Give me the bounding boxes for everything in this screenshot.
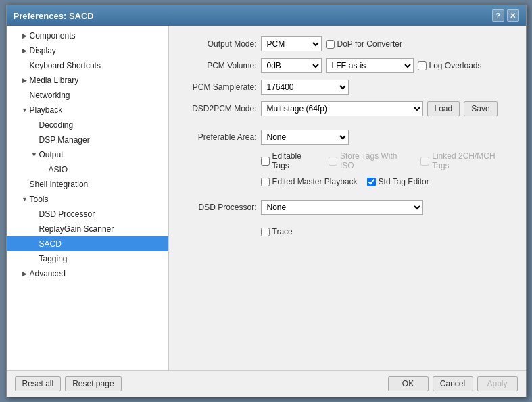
arrow-playback: ▼ (20, 107, 30, 114)
log-overloads-text: Log Overloads (429, 61, 482, 70)
pcm-samplerate-select[interactable]: 44100 88200 176400 352800 (261, 80, 349, 95)
store-tags-checkbox (329, 157, 337, 166)
sidebar-label-sacd: SACD (39, 239, 62, 249)
sidebar-item-dsd-processor[interactable]: DSD Processor (7, 207, 168, 222)
sidebar-label-media-library: Media Library (30, 76, 79, 85)
preferable-area-select[interactable]: None 2CH MCH (261, 130, 349, 145)
sidebar-item-tools[interactable]: ▼ Tools (7, 192, 168, 207)
dop-checkbox-label[interactable]: DoP for Converter (326, 39, 403, 49)
dialog-body: ▶ Components ▶ Display Keyboard Shortcut… (7, 26, 526, 370)
sidebar-label-shell-integration: Shell Integration (30, 180, 89, 189)
sidebar-item-advanced[interactable]: ▶ Advanced (7, 266, 168, 281)
sidebar-label-networking: Networking (30, 91, 70, 100)
std-tag-editor-checkbox[interactable] (367, 178, 376, 186)
sidebar-label-components: Components (30, 31, 76, 41)
pcm-volume-select[interactable]: 0dB -3dB -6dB (261, 58, 322, 73)
output-mode-row: Output Mode: PCM DSD DoP DoP for Convert… (183, 36, 512, 51)
sidebar-label-display: Display (30, 46, 56, 55)
dsd-processor-label: DSD Processor: (183, 203, 257, 212)
sidebar-label-playback: Playback (30, 105, 63, 115)
sidebar-item-asio[interactable]: ASIO (7, 162, 168, 177)
dsd2pcm-select[interactable]: Multistage (64fp) Direct (32fp) (261, 101, 423, 116)
edited-master-label[interactable]: Edited Master Playback (261, 177, 358, 186)
sidebar-item-tagging[interactable]: Tagging (7, 251, 168, 266)
trace-checkbox[interactable] (261, 228, 270, 236)
arrow-display: ▶ (20, 47, 30, 54)
trace-label[interactable]: Trace (261, 227, 293, 236)
preferable-area-label: Preferable Area: (183, 132, 257, 142)
sidebar-label-asio: ASIO (49, 165, 68, 174)
reset-page-button[interactable]: Reset page (65, 376, 121, 391)
load-button[interactable]: Load (427, 101, 460, 116)
dsd-processor-select[interactable]: None (261, 200, 423, 215)
bottom-right-buttons: OK Cancel Apply (388, 376, 518, 391)
pcm-volume-row: PCM Volume: 0dB -3dB -6dB LFE as-is LFE … (183, 58, 512, 73)
sidebar-item-media-library[interactable]: ▶ Media Library (7, 73, 168, 88)
ok-button[interactable]: OK (388, 376, 429, 391)
sidebar-label-replaygain: ReplayGain Scanner (39, 224, 114, 234)
sidebar-item-dsp-manager[interactable]: DSP Manager (7, 132, 168, 147)
std-tag-editor-label[interactable]: Std Tag Editor (367, 177, 429, 186)
edited-master-checkbox[interactable] (261, 178, 270, 186)
content-panel: Output Mode: PCM DSD DoP DoP for Convert… (169, 26, 526, 370)
bottom-left-buttons: Reset all Reset page (15, 376, 122, 391)
sidebar-item-output[interactable]: ▼ Output (7, 147, 168, 162)
sidebar-item-playback[interactable]: ▼ Playback (7, 103, 168, 118)
cancel-button[interactable]: Cancel (433, 376, 473, 391)
pcm-samplerate-label: PCM Samplerate: (183, 82, 257, 92)
sidebar: ▶ Components ▶ Display Keyboard Shortcut… (7, 26, 169, 370)
dsd2pcm-row: DSD2PCM Mode: Multistage (64fp) Direct (… (183, 101, 512, 116)
sidebar-label-keyboard-shortcuts: Keyboard Shortcuts (30, 61, 101, 70)
dialog-title: Preferences: SACD (14, 11, 94, 21)
dop-label: DoP for Converter (337, 39, 403, 49)
edited-master-text: Edited Master Playback (272, 177, 358, 186)
dsd2pcm-label: DSD2PCM Mode: (183, 104, 257, 114)
sidebar-item-display[interactable]: ▶ Display (7, 43, 168, 58)
sidebar-label-output: Output (39, 150, 64, 159)
sidebar-item-networking[interactable]: Networking (7, 88, 168, 103)
editable-tags-text: Editable Tags (272, 151, 320, 170)
title-bar: Preferences: SACD ? ✕ (7, 5, 526, 26)
store-tags-text: Store Tags With ISO (340, 151, 411, 170)
help-button[interactable]: ? (492, 9, 504, 22)
bottom-bar: Reset all Reset page OK Cancel Apply (7, 370, 526, 397)
close-button[interactable]: ✕ (507, 9, 519, 22)
store-tags-label: Store Tags With ISO (329, 151, 411, 170)
lfe-select[interactable]: LFE as-is LFE +10dB (326, 58, 414, 73)
sidebar-item-sacd[interactable]: SACD (7, 236, 168, 251)
sidebar-item-decoding[interactable]: Decoding (7, 118, 168, 132)
linked-2ch-label: Linked 2CH/MCH Tags (420, 151, 512, 170)
sidebar-item-keyboard-shortcuts[interactable]: Keyboard Shortcuts (7, 58, 168, 73)
trace-row: Trace (261, 227, 512, 236)
sidebar-label-decoding: Decoding (39, 120, 74, 130)
arrow-output: ▼ (30, 151, 39, 158)
output-mode-select[interactable]: PCM DSD DoP (261, 36, 322, 51)
sidebar-label-tagging: Tagging (39, 254, 68, 263)
dsd-processor-row: DSD Processor: None (183, 200, 512, 215)
log-overloads-checkbox[interactable] (418, 61, 427, 70)
sidebar-label-dsp-manager: DSP Manager (39, 135, 90, 145)
sidebar-label-dsd-processor: DSD Processor (39, 209, 95, 219)
log-overloads-label[interactable]: Log Overloads (418, 61, 482, 70)
linked-2ch-checkbox (420, 157, 429, 166)
reset-all-button[interactable]: Reset all (15, 376, 62, 391)
std-tag-editor-text: Std Tag Editor (379, 177, 429, 186)
sidebar-label-tools: Tools (30, 195, 49, 204)
editable-tags-checkbox[interactable] (261, 157, 270, 166)
sidebar-item-shell-integration[interactable]: Shell Integration (7, 177, 168, 192)
apply-button[interactable]: Apply (477, 376, 518, 391)
title-bar-buttons: ? ✕ (492, 9, 519, 22)
arrow-tools: ▼ (20, 196, 30, 203)
arrow-advanced: ▶ (20, 270, 30, 277)
pcm-volume-label: PCM Volume: (183, 61, 257, 70)
save-button[interactable]: Save (464, 101, 497, 116)
editable-tags-row: Editable Tags Store Tags With ISO Linked… (261, 151, 512, 170)
editable-tags-label[interactable]: Editable Tags (261, 151, 320, 170)
sidebar-item-replaygain[interactable]: ReplayGain Scanner (7, 222, 168, 236)
sidebar-label-advanced: Advanced (30, 269, 66, 278)
arrow-media-library: ▶ (20, 77, 30, 84)
edited-master-row: Edited Master Playback Std Tag Editor (261, 177, 512, 186)
pcm-samplerate-row: PCM Samplerate: 44100 88200 176400 35280… (183, 80, 512, 95)
dop-checkbox[interactable] (326, 40, 335, 49)
sidebar-item-components[interactable]: ▶ Components (7, 28, 168, 43)
